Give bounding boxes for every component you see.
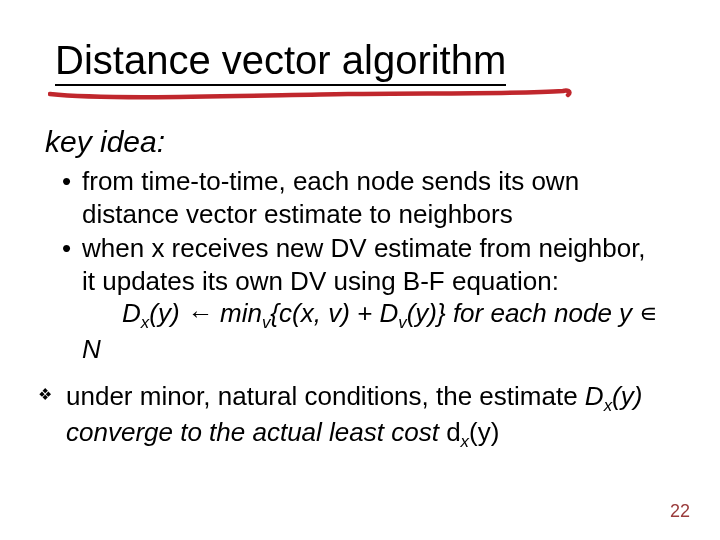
slide: Distance vector algorithm key idea: • fr… xyxy=(0,0,720,540)
bullet-item: • when x receives new DV estimate from n… xyxy=(62,232,662,366)
eq-sub: x xyxy=(604,396,612,415)
bullet-list: • from time-to-time, each node sends its… xyxy=(62,165,662,368)
bullet-dot-icon: • xyxy=(62,232,82,265)
eq-sub: x xyxy=(461,433,469,452)
bullet-item: • from time-to-time, each node sends its… xyxy=(62,165,662,230)
eq-part: D xyxy=(122,298,141,328)
conclusion-block: ❖ under minor, natural conditions, the e… xyxy=(38,380,668,453)
bullet-text: when x receives new DV estimate from nei… xyxy=(82,232,662,366)
bullet-text-line: when x receives new DV estimate from nei… xyxy=(82,233,646,296)
diamond-bullet-icon: ❖ xyxy=(38,380,66,410)
eq-part: (y)} for each node y xyxy=(407,298,640,328)
text-part: under minor, natural conditions, the est… xyxy=(66,381,585,411)
subheading-key-idea: key idea: xyxy=(45,125,165,159)
eq-part: d xyxy=(446,417,460,447)
eq-sub: v xyxy=(398,313,406,332)
slide-title: Distance vector algorithm xyxy=(55,38,506,86)
eq-part: (y) xyxy=(469,417,499,447)
title-underline-annotation xyxy=(48,88,578,108)
bullet-dot-icon: • xyxy=(62,165,82,198)
conclusion-text: under minor, natural conditions, the est… xyxy=(66,380,668,453)
eq-part: (y) ← min xyxy=(149,298,262,328)
equation-line: Dx(y) ← minv{c(x, v) + Dv(y)} for each n… xyxy=(82,298,658,364)
eq-part: {c(x, v) + D xyxy=(270,298,398,328)
math-term: dx(y) xyxy=(446,417,499,447)
eq-sub: x xyxy=(141,313,149,332)
slide-number: 22 xyxy=(670,501,690,522)
eq-part: D xyxy=(585,381,604,411)
element-of-icon: ∊ xyxy=(639,298,658,328)
eq-part: N xyxy=(82,334,101,364)
bullet-text: from time-to-time, each node sends its o… xyxy=(82,165,662,230)
